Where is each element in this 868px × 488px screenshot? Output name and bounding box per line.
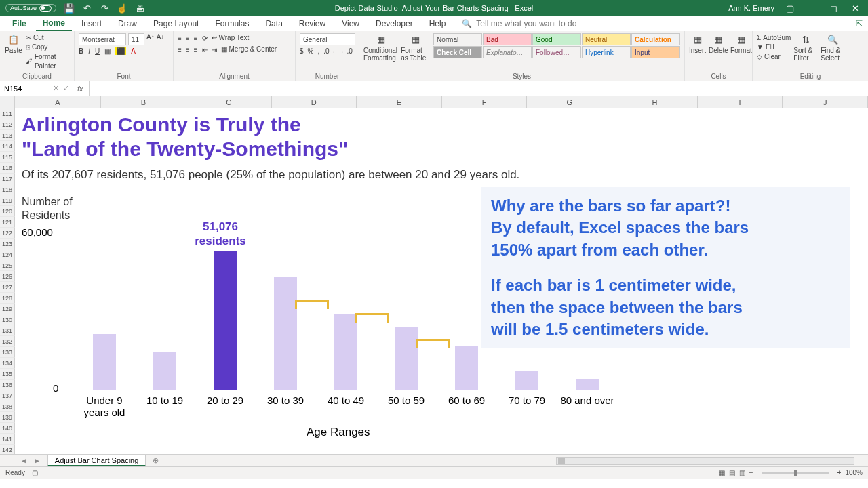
autosum-button[interactable]: ΣAutoSum (757, 33, 791, 43)
cell-styles-gallery[interactable]: Normal Bad Good Neutral Calculation Chec… (433, 33, 680, 58)
style-hyperlink[interactable]: Hyperlink (582, 46, 631, 58)
zoom-out-icon[interactable]: − (749, 469, 753, 476)
row-header[interactable]: 125 (0, 260, 15, 271)
row-header[interactable]: 127 (0, 282, 15, 293)
row-header[interactable]: 115 (0, 152, 15, 163)
style-input[interactable]: Input (631, 46, 680, 58)
sheet-tab-active[interactable]: Adjust Bar Chart Spacing (47, 455, 146, 466)
tab-insert[interactable]: Insert (75, 17, 108, 30)
page-break-view-icon[interactable]: ▥ (739, 469, 745, 476)
currency-icon[interactable]: $ (300, 47, 304, 55)
row-header[interactable]: 137 (0, 390, 15, 401)
style-followed[interactable]: Followed… (532, 46, 581, 58)
row-header[interactable]: 130 (0, 314, 15, 325)
row-header[interactable]: 114 (0, 141, 15, 152)
page-layout-view-icon[interactable]: ▤ (729, 469, 735, 476)
tab-formulas[interactable]: Formulas (208, 17, 256, 30)
select-all-corner[interactable] (0, 96, 15, 108)
format-cells-button[interactable]: ▦Format (731, 33, 751, 54)
style-calculation[interactable]: Calculation (631, 33, 680, 45)
col-header[interactable]: F (442, 96, 528, 108)
sort-filter-button[interactable]: ⇅Sort & Filter (793, 33, 818, 62)
touch-icon[interactable]: ☝ (116, 2, 128, 14)
align-center-icon[interactable]: ≡ (186, 46, 190, 54)
percent-icon[interactable]: % (308, 47, 314, 55)
number-format-select[interactable]: General (300, 33, 355, 45)
wrap-text-button[interactable]: ↩Wrap Text (212, 33, 250, 43)
row-header[interactable]: 138 (0, 401, 15, 412)
row-header[interactable]: 133 (0, 347, 15, 358)
name-box[interactable]: N154 (0, 81, 47, 96)
row-header[interactable]: 135 (0, 369, 15, 380)
find-select-button[interactable]: 🔍Find & Select (821, 33, 845, 62)
copy-button[interactable]: ⎘Copy (26, 43, 70, 52)
align-mid-icon[interactable]: ≡ (186, 35, 190, 42)
horizontal-scrollbar[interactable] (556, 457, 854, 465)
row-header[interactable]: 131 (0, 325, 15, 336)
col-header[interactable]: J (783, 96, 868, 108)
tell-me-search[interactable]: 🔍Tell me what you want to do (462, 19, 576, 28)
increase-font-icon[interactable]: A↑ (146, 33, 155, 45)
inc-decimal-icon[interactable]: .0→ (323, 47, 336, 55)
comma-icon[interactable]: , (317, 47, 319, 55)
row-header[interactable]: 129 (0, 304, 15, 314)
tab-developer[interactable]: Developer (369, 17, 420, 30)
row-header[interactable]: 122 (0, 228, 15, 239)
align-left-icon[interactable]: ≡ (178, 46, 182, 54)
zoom-in-icon[interactable]: + (837, 469, 842, 476)
row-header[interactable]: 123 (0, 239, 15, 249)
row-header[interactable]: 132 (0, 336, 15, 347)
format-painter-button[interactable]: 🖌Format Painter (26, 52, 70, 71)
ribbon-options-icon[interactable]: ▢ (784, 2, 796, 14)
minimize-icon[interactable]: — (806, 2, 818, 14)
row-header[interactable]: 141 (0, 434, 15, 445)
indent-inc-icon[interactable]: ⇥ (212, 46, 217, 54)
row-header[interactable]: 111 (0, 108, 15, 119)
col-header[interactable]: A (15, 96, 102, 108)
row-header[interactable]: 119 (0, 195, 15, 206)
col-header[interactable]: D (272, 96, 357, 108)
enter-formula-icon[interactable]: ✓ (63, 84, 69, 93)
row-header[interactable]: 140 (0, 423, 15, 434)
row-header[interactable]: 121 (0, 217, 15, 228)
indent-dec-icon[interactable]: ⇤ (202, 46, 208, 54)
orientation-icon[interactable]: ⟳ (202, 35, 208, 42)
align-bot-icon[interactable]: ≡ (194, 35, 198, 42)
col-header[interactable]: C (186, 96, 272, 108)
style-neutral[interactable]: Neutral (582, 33, 631, 45)
row-header[interactable]: 113 (0, 130, 15, 141)
row-header[interactable]: 136 (0, 380, 15, 390)
row-header[interactable]: 134 (0, 358, 15, 369)
autosave-toggle[interactable]: AutoSave (5, 4, 56, 12)
delete-cells-button[interactable]: ▦Delete (709, 33, 728, 54)
save-icon[interactable]: 💾 (63, 2, 75, 14)
tab-review[interactable]: Review (292, 17, 332, 30)
row-header[interactable]: 112 (0, 119, 15, 130)
tab-file[interactable]: File (5, 17, 33, 30)
dec-decimal-icon[interactable]: ←.0 (340, 47, 353, 55)
redo-icon[interactable]: ↷ (98, 2, 111, 14)
sheet-canvas[interactable]: Arlington County is Truly the "Land of t… (15, 108, 868, 454)
cancel-formula-icon[interactable]: ✕ (53, 84, 59, 93)
row-header[interactable]: 126 (0, 271, 15, 282)
fill-button[interactable]: ▼Fill (757, 43, 791, 52)
style-normal[interactable]: Normal (433, 33, 482, 45)
italic-button[interactable]: I (88, 47, 90, 55)
tab-draw[interactable]: Draw (111, 17, 144, 30)
zoom-slider[interactable] (762, 472, 829, 474)
merge-center-button[interactable]: ▦Merge & Center (221, 45, 277, 54)
col-header[interactable]: I (698, 96, 783, 108)
font-color-button[interactable]: A (131, 47, 136, 55)
style-check-cell[interactable]: Check Cell (433, 46, 482, 58)
row-header[interactable]: 128 (0, 293, 15, 304)
fill-color-button[interactable]: ⬛ (115, 47, 126, 55)
fx-icon[interactable]: fx (73, 85, 83, 93)
tab-page-layout[interactable]: Page Layout (146, 17, 205, 30)
col-header[interactable]: G (527, 96, 612, 108)
format-as-table-button[interactable]: ▦Format as Table (401, 33, 431, 62)
zoom-level[interactable]: 100% (845, 469, 863, 476)
style-good[interactable]: Good (532, 33, 581, 45)
paste-button[interactable]: 📋Paste (4, 33, 23, 54)
row-header[interactable]: 116 (0, 163, 15, 174)
tab-home[interactable]: Home (36, 16, 72, 31)
